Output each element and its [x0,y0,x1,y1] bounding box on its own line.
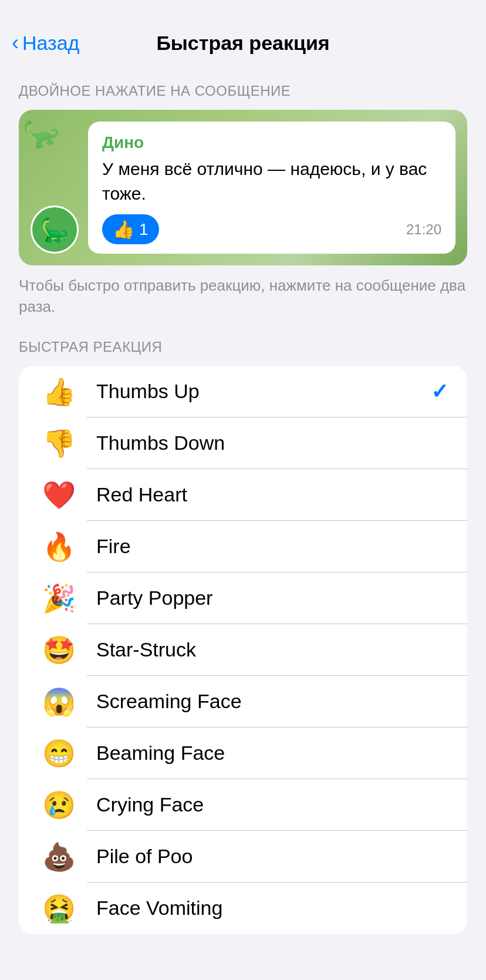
double-tap-section-label: ДВОЙНОЕ НАЖАТИЕ НА СООБЩЕНИЕ [19,83,467,99]
reaction-item-name: Screaming Face [96,690,448,713]
reaction-item-name: Red Heart [96,483,448,506]
reaction-item[interactable]: 🎉Party Popper [19,572,467,624]
reaction-item[interactable]: 👎Thumbs Down [19,417,467,469]
reaction-emoji-icon: 😢 [38,789,80,821]
bubble-footer: 👍 1 21:20 [102,214,441,244]
reaction-emoji-icon: 💩 [38,841,80,873]
preview-card: 🦕 🌿 🍃 🦕 Дино У меня всё отлично — надеюс… [19,110,467,265]
reaction-item-name: Face Vomiting [96,897,448,920]
reaction-item-name: Pile of Poo [96,845,448,868]
reaction-item-name: Party Popper [96,587,448,609]
reaction-count: 1 [139,220,148,239]
bottom-spacer [0,934,486,962]
avatar: 🦕 [31,206,79,254]
reactions-list: 👍Thumbs Up✓👎Thumbs Down❤️Red Heart🔥Fire🎉… [19,366,467,934]
reaction-emoji-icon: 👍 [113,219,134,240]
reaction-item[interactable]: 😱Screaming Face [19,676,467,728]
back-label: Назад [22,32,79,55]
bubble-sender: Дино [102,133,441,152]
quick-reaction-section: БЫСТРАЯ РЕАКЦИЯ 👍Thumbs Up✓👎Thumbs Down❤… [19,339,467,934]
quick-reaction-section-label: БЫСТРАЯ РЕАКЦИЯ [19,339,467,355]
reaction-item-name: Thumbs Down [96,432,448,454]
message-time: 21:20 [406,221,441,238]
bubble-text: У меня всё отлично — надеюсь, и у вас то… [102,157,441,206]
selected-checkmark-icon: ✓ [431,379,448,404]
reaction-emoji-icon: 🎉 [38,582,80,614]
reaction-emoji-icon: 👍 [38,376,80,408]
reaction-item-name: Beaming Face [96,742,448,765]
reaction-item[interactable]: 💩Pile of Poo [19,831,467,883]
reaction-item[interactable]: 👍Thumbs Up✓ [19,366,467,417]
reaction-emoji-icon: 🔥 [38,531,80,563]
reaction-item[interactable]: 😁Beaming Face [19,728,467,779]
double-tap-section: ДВОЙНОЕ НАЖАТИЕ НА СООБЩЕНИЕ 🦕 🌿 🍃 🦕 Дин… [19,83,467,318]
double-tap-description: Чтобы быстро отправить реакцию, нажмите … [19,275,467,318]
back-button[interactable]: ‹ Назад [12,32,79,55]
reaction-item[interactable]: 😢Crying Face [19,779,467,831]
nav-bar: ‹ Назад Быстрая реакция [0,0,486,62]
reaction-badge: 👍 1 [102,214,159,244]
reaction-emoji-icon: 😱 [38,686,80,718]
reaction-item-name: Star-Struck [96,638,448,661]
message-bubble: Дино У меня всё отлично — надеюсь, и у в… [88,122,455,254]
reaction-emoji-icon: 🤩 [38,634,80,666]
reaction-emoji-icon: ❤️ [38,479,80,511]
deco-1: 🦕 [20,110,65,153]
reaction-item-name: Fire [96,535,448,558]
reaction-item-name: Crying Face [96,793,448,816]
reaction-emoji-icon: 😁 [38,737,80,769]
reaction-emoji-icon: 🤮 [38,893,80,924]
reaction-item-name: Thumbs Up [96,380,431,403]
reaction-item[interactable]: 🤮Face Vomiting [19,883,467,934]
reaction-emoji-icon: 👎 [38,427,80,459]
reaction-item[interactable]: ❤️Red Heart [19,469,467,521]
chevron-left-icon: ‹ [12,31,19,55]
reaction-item[interactable]: 🤩Star-Struck [19,624,467,676]
page-title: Быстрая реакция [156,32,329,55]
reaction-item[interactable]: 🔥Fire [19,521,467,572]
